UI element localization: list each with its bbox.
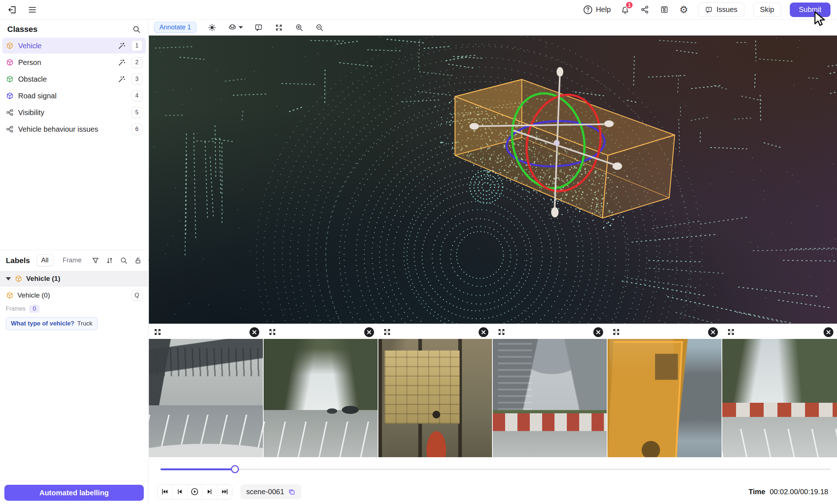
camera-thumbnail-road-with-barriers	[722, 325, 837, 457]
expand-icon[interactable]	[727, 328, 735, 336]
frames-count-badge[interactable]: 0	[29, 305, 40, 313]
share-icon[interactable]	[639, 4, 650, 15]
lock-icon[interactable]	[134, 256, 142, 265]
menu-icon[interactable]	[27, 4, 38, 15]
class-shortcut-badge: 6	[131, 124, 142, 135]
close-icon[interactable]	[249, 327, 259, 337]
chevron-down-icon	[239, 26, 243, 29]
labels-panel: Labels All Frame	[0, 250, 148, 332]
previous-frame-button[interactable]	[172, 484, 187, 499]
class-label: Vehicle behaviour issues	[18, 125, 98, 134]
class-item-person[interactable]: Person2	[2, 54, 146, 70]
class-item-road-signal[interactable]: Road signal4	[2, 88, 146, 104]
class-item-vehicle[interactable]: Vehicle1	[2, 38, 146, 54]
play-button[interactable]	[187, 484, 202, 499]
comment-issue-icon[interactable]	[254, 23, 263, 32]
tab-frame[interactable]: Frame	[58, 255, 86, 266]
class-item-vehicle-behaviour-issues[interactable]: Vehicle behaviour issues6	[2, 121, 146, 137]
expand-icon[interactable]	[612, 328, 621, 336]
settings-gear-icon[interactable]: ⚙	[678, 4, 689, 15]
skip-to-end-button[interactable]	[217, 484, 232, 499]
cube-icon	[6, 42, 14, 50]
help-button[interactable]: Help	[583, 5, 611, 15]
class-shortcut-badge: 2	[131, 57, 142, 68]
zoom-in-icon[interactable]	[294, 23, 304, 32]
help-icon	[583, 5, 593, 15]
taxonomy-icon	[6, 125, 14, 133]
wand-icon[interactable]	[117, 75, 126, 83]
camera-image[interactable]	[493, 339, 607, 457]
label-item-vehicle[interactable]: Vehicle (0) Q	[0, 287, 148, 304]
attribute-pill[interactable]: What type of vehicle? Truck	[6, 317, 98, 330]
class-shortcut-badge: 1	[131, 40, 142, 51]
class-shortcut-badge: 3	[131, 74, 142, 85]
thumbnail-header	[264, 325, 378, 339]
point-cloud-canvas[interactable]	[149, 36, 837, 324]
expand-icon[interactable]	[153, 328, 162, 336]
thumbnail-header	[378, 325, 492, 339]
camera-image[interactable]	[378, 339, 492, 457]
camera-image[interactable]	[149, 339, 263, 457]
close-icon[interactable]	[593, 327, 603, 337]
skip-label: Skip	[760, 5, 774, 14]
close-icon[interactable]	[479, 327, 488, 337]
notifications-button[interactable]: 1	[619, 4, 630, 15]
fullscreen-icon[interactable]	[274, 23, 284, 32]
label-item-title: Vehicle (0)	[17, 291, 50, 299]
projected-cuboid-overlay	[608, 341, 683, 457]
class-label: Visibility	[18, 108, 44, 117]
playback-controls	[157, 484, 232, 500]
slider-fill	[161, 468, 235, 470]
thumbnail-header	[149, 325, 263, 339]
thumbnail-header	[493, 325, 607, 339]
wand-icon[interactable]	[117, 42, 126, 50]
close-icon[interactable]	[824, 327, 833, 337]
close-icon[interactable]	[708, 327, 718, 337]
brightness-icon[interactable]	[207, 23, 217, 32]
tab-all[interactable]: All	[37, 254, 53, 266]
class-label: Person	[18, 58, 41, 67]
camera-image[interactable]	[264, 339, 378, 457]
issues-button[interactable]: Issues	[698, 3, 744, 17]
timeline-slider[interactable]	[161, 465, 830, 473]
annotate-button[interactable]: Annotate 1	[154, 22, 196, 33]
wand-icon[interactable]	[117, 58, 126, 67]
lidar-3d-viewport[interactable]	[149, 36, 837, 324]
next-frame-button[interactable]	[202, 484, 217, 499]
zoom-out-icon[interactable]	[315, 23, 324, 32]
labels-search-icon[interactable]	[119, 256, 128, 265]
label-group-vehicle[interactable]: Vehicle (1)	[0, 271, 148, 287]
time-value: 00:02.00/00:19.18	[770, 488, 828, 496]
expand-icon[interactable]	[383, 328, 391, 336]
skip-to-start-button[interactable]	[158, 484, 172, 499]
class-label: Obstacle	[18, 75, 47, 83]
classes-search-icon[interactable]	[132, 25, 141, 34]
camera-image[interactable]	[722, 339, 837, 457]
automated-labelling-button[interactable]: Automated labelling	[4, 485, 144, 501]
slider-thumb[interactable]	[231, 465, 239, 473]
submit-button[interactable]: Submit	[790, 3, 830, 17]
expand-icon[interactable]	[497, 328, 506, 336]
thumbnail-header	[722, 325, 837, 339]
class-item-visibility[interactable]: Visibility5	[2, 105, 146, 120]
filter-icon[interactable]	[91, 256, 100, 265]
notification-badge: 1	[625, 1, 633, 9]
cuboid-tool-dropdown[interactable]	[228, 23, 243, 32]
scene-name-pill[interactable]: scene-0061	[240, 484, 301, 499]
close-icon[interactable]	[364, 327, 374, 337]
class-shortcut-badge: 4	[131, 90, 142, 101]
labels-panel-title: Labels	[6, 256, 30, 265]
class-item-obstacle[interactable]: Obstacle3	[2, 71, 146, 87]
sort-icon[interactable]	[105, 256, 114, 265]
attribute-question: What type of vehicle?	[11, 320, 74, 327]
expand-icon[interactable]	[268, 328, 277, 336]
skip-button[interactable]: Skip	[753, 3, 781, 17]
slider-track[interactable]	[161, 468, 830, 470]
camera-thumbnail-buildings-traffic-barriers	[493, 325, 608, 457]
save-icon[interactable]	[659, 4, 670, 15]
cuboid-rotate-icon	[228, 23, 237, 32]
copy-icon[interactable]	[288, 488, 296, 496]
collapse-panel-icon[interactable]	[7, 4, 17, 15]
class-shortcut-badge: 5	[131, 107, 142, 118]
camera-image[interactable]	[608, 339, 722, 457]
